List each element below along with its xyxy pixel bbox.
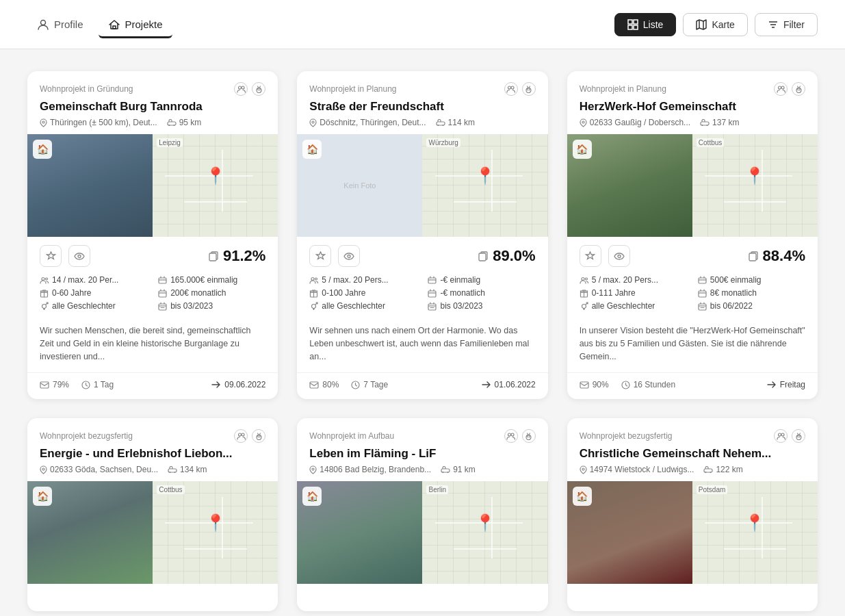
- card-photo: 🏠 Kein Foto: [297, 134, 422, 237]
- map-road: [454, 201, 517, 203]
- eye-button[interactable]: [338, 245, 360, 267]
- footer-time-val: 16 Stunden: [634, 380, 675, 389]
- people-icon: [40, 277, 49, 284]
- svg-point-55: [618, 255, 621, 257]
- map-label: Leipzig: [157, 138, 183, 147]
- gender-icon: [40, 302, 49, 311]
- detail-people: 14 / max. 20 Per...: [40, 275, 147, 285]
- card-location-text: Thüringen (± 500 km), Deut...: [50, 118, 157, 127]
- svg-rect-63: [699, 304, 706, 310]
- view-controls: Liste Karte Filter: [614, 13, 818, 36]
- people-icon: [580, 277, 588, 284]
- svg-point-33: [312, 121, 314, 123]
- card-item[interactable]: Wohnprojekt bezugsfertig: [567, 418, 818, 611]
- card-item[interactable]: Wohnprojekt bezugsfertig: [27, 418, 278, 611]
- card-bottom-spacer: [297, 584, 547, 611]
- cost-icon: [158, 276, 167, 285]
- footer-mail-pct: 80%: [322, 380, 339, 389]
- gift-icon: [40, 289, 49, 298]
- svg-point-57: [582, 277, 584, 280]
- tab-projekte[interactable]: Projekte: [99, 13, 172, 38]
- svg-rect-16: [168, 122, 176, 125]
- eye-button[interactable]: [608, 245, 630, 267]
- detail-cost-once: 500€ einmalig: [698, 275, 805, 285]
- detail-age: 0-100 Jahre: [309, 288, 417, 298]
- card-header: Wohnprojekt bezugsfertig: [567, 418, 818, 481]
- tab-projekte-label: Projekte: [125, 18, 163, 30]
- svg-point-85: [705, 472, 707, 473]
- karte-button[interactable]: Karte: [683, 13, 747, 36]
- match-score: 88.4%: [748, 247, 805, 265]
- card-header: Wohnprojekt bezugsfertig: [27, 418, 278, 481]
- svg-point-40: [315, 278, 317, 280]
- card-status-label: Wohnprojekt in Planung: [580, 84, 666, 94]
- card-header: Wohnprojekt in Planung: [297, 71, 547, 134]
- card-item[interactable]: Wohnprojekt in Planung: [297, 71, 547, 399]
- card-meta: 14974 Wietstock / Ludwigs... 122 km: [580, 465, 805, 474]
- svg-point-71: [170, 472, 171, 473]
- detail-people: 5 / max. 20 Pers...: [580, 275, 687, 285]
- svg-point-58: [585, 278, 587, 280]
- gender-icon: [580, 302, 588, 311]
- svg-point-12: [238, 86, 241, 89]
- detail-age-text: 0-100 Jahre: [322, 288, 365, 298]
- footer-mail: 79%: [40, 380, 69, 389]
- eye-button[interactable]: [68, 245, 90, 267]
- card-footer: 79% 1 Tag 09.06.2022: [27, 372, 278, 399]
- liste-button[interactable]: Liste: [614, 13, 677, 36]
- cards-grid: Wohnprojekt in Gründung: [27, 71, 818, 611]
- person-group-icon: [234, 429, 248, 443]
- card-location: Thüringen (± 500 km), Deut...: [40, 118, 157, 127]
- svg-point-54: [707, 125, 708, 126]
- svg-rect-43: [428, 291, 436, 297]
- star-button[interactable]: [309, 245, 331, 267]
- medal-icon: [252, 82, 265, 96]
- deadline-icon: [158, 302, 167, 311]
- card-photo: 🏠: [297, 481, 422, 584]
- card-status-icons: [234, 429, 265, 443]
- card-distance: 95 km: [167, 118, 202, 127]
- map-pin: 📍: [744, 166, 765, 185]
- svg-point-74: [511, 433, 514, 436]
- detail-monthly: -€ monatlich: [428, 288, 535, 298]
- tab-profile[interactable]: Profile: [27, 13, 93, 38]
- card-location: 14974 Wietstock / Ludwigs...: [580, 465, 694, 474]
- card-header: Wohnprojekt in Gründung: [27, 71, 278, 134]
- svg-point-48: [778, 86, 781, 89]
- svg-point-80: [778, 433, 781, 436]
- card-map: 📍 Cottbus: [692, 134, 818, 237]
- card-images: 🏠 📍 Leipzig: [27, 134, 278, 237]
- detail-people: 5 / max. 20 Pers...: [309, 275, 417, 285]
- map-road: [724, 548, 787, 550]
- map-label: Cottbus: [697, 138, 724, 147]
- svg-point-19: [78, 255, 81, 257]
- nav-tabs: Profile Projekte: [27, 13, 172, 36]
- star-button[interactable]: [580, 245, 601, 267]
- map-label: Cottbus: [157, 485, 184, 494]
- svg-point-79: [447, 472, 449, 473]
- detail-deadline: bis 06/2022: [698, 301, 805, 311]
- card-item[interactable]: Wohnprojekt in Gründung: [27, 71, 278, 399]
- home-badge: 🏠: [573, 487, 592, 506]
- detail-people-text: 14 / max. 20 Per...: [52, 275, 118, 285]
- card-distance: 91 km: [441, 465, 476, 474]
- svg-rect-46: [310, 382, 318, 388]
- star-button[interactable]: [40, 245, 62, 267]
- card-map: 📍 Potsdam: [692, 481, 818, 584]
- svg-point-13: [242, 86, 244, 89]
- detail-age-text: 0-111 Jahre: [592, 288, 636, 298]
- arrow-icon: [482, 381, 491, 389]
- svg-point-86: [710, 472, 712, 473]
- card-map: 📍 Cottbus: [153, 481, 278, 584]
- medal-icon: [792, 429, 805, 443]
- card-item[interactable]: Wohnprojekt in Planung: [567, 71, 818, 399]
- card-status-label: Wohnprojekt im Aufbau: [309, 431, 394, 441]
- detail-gender: alle Geschlechter: [580, 301, 687, 311]
- filter-button[interactable]: Filter: [755, 13, 818, 36]
- card-meta: Thüringen (± 500 km), Deut... 95 km: [40, 118, 265, 127]
- svg-point-22: [46, 278, 48, 280]
- card-status-icons: [504, 429, 536, 443]
- person-group-icon: [504, 429, 518, 443]
- card-item[interactable]: Wohnprojekt im Aufbau: [297, 418, 547, 611]
- card-images: 🏠 📍 Potsdam: [567, 481, 818, 584]
